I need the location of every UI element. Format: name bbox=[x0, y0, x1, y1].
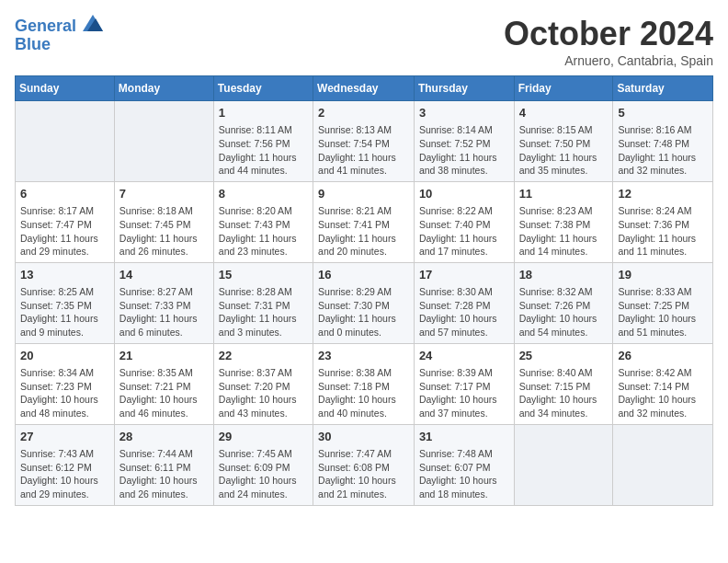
day-number: 18 bbox=[519, 267, 609, 283]
title-block: October 2024 Arnuero, Cantabria, Spain bbox=[504, 15, 713, 68]
day-number: 15 bbox=[219, 267, 308, 283]
header-saturday: Saturday bbox=[613, 76, 713, 101]
day-number: 8 bbox=[219, 186, 308, 202]
header-monday: Monday bbox=[114, 76, 213, 101]
logo-line2: Blue bbox=[15, 36, 103, 54]
day-detail: Sunrise: 8:25 AM Sunset: 7:35 PM Dayligh… bbox=[20, 285, 109, 339]
day-detail: Sunrise: 8:15 AM Sunset: 7:50 PM Dayligh… bbox=[519, 123, 609, 178]
day-detail: Sunrise: 8:21 AM Sunset: 7:41 PM Dayligh… bbox=[318, 204, 409, 259]
logo-icon bbox=[83, 15, 103, 31]
calendar-cell: 30Sunrise: 7:47 AM Sunset: 6:08 PM Dayli… bbox=[313, 424, 415, 505]
calendar-cell: 22Sunrise: 8:37 AM Sunset: 7:20 PM Dayli… bbox=[213, 343, 313, 424]
day-detail: Sunrise: 8:42 AM Sunset: 7:14 PM Dayligh… bbox=[618, 366, 708, 420]
calendar-cell: 5Sunrise: 8:16 AM Sunset: 7:48 PM Daylig… bbox=[613, 101, 713, 182]
calendar-cell: 9Sunrise: 8:21 AM Sunset: 7:41 PM Daylig… bbox=[313, 181, 415, 262]
day-number: 31 bbox=[419, 429, 509, 445]
day-number: 22 bbox=[219, 348, 308, 364]
day-detail: Sunrise: 8:33 AM Sunset: 7:25 PM Dayligh… bbox=[618, 285, 708, 339]
day-detail: Sunrise: 8:14 AM Sunset: 7:52 PM Dayligh… bbox=[419, 123, 509, 178]
calendar-cell: 27Sunrise: 7:43 AM Sunset: 6:12 PM Dayli… bbox=[16, 424, 115, 505]
calendar-week-2: 13Sunrise: 8:25 AM Sunset: 7:35 PM Dayli… bbox=[16, 262, 713, 343]
day-detail: Sunrise: 8:29 AM Sunset: 7:30 PM Dayligh… bbox=[318, 285, 409, 339]
day-number: 26 bbox=[618, 348, 708, 364]
day-detail: Sunrise: 8:16 AM Sunset: 7:48 PM Dayligh… bbox=[618, 123, 708, 178]
calendar-cell: 14Sunrise: 8:27 AM Sunset: 7:33 PM Dayli… bbox=[114, 262, 213, 343]
logo-line1: General bbox=[15, 17, 76, 35]
calendar-cell: 6Sunrise: 8:17 AM Sunset: 7:47 PM Daylig… bbox=[16, 181, 115, 262]
day-number: 12 bbox=[618, 186, 708, 202]
calendar-cell bbox=[16, 101, 115, 182]
calendar-cell: 11Sunrise: 8:23 AM Sunset: 7:38 PM Dayli… bbox=[514, 181, 613, 262]
day-number: 20 bbox=[20, 348, 109, 364]
day-number: 5 bbox=[618, 105, 708, 121]
calendar-cell: 4Sunrise: 8:15 AM Sunset: 7:50 PM Daylig… bbox=[514, 101, 613, 182]
day-number: 3 bbox=[419, 105, 509, 121]
day-number: 19 bbox=[618, 267, 708, 283]
day-detail: Sunrise: 8:20 AM Sunset: 7:43 PM Dayligh… bbox=[219, 204, 308, 259]
calendar-header: SundayMondayTuesdayWednesdayThursdayFrid… bbox=[16, 76, 713, 101]
day-detail: Sunrise: 8:28 AM Sunset: 7:31 PM Dayligh… bbox=[219, 285, 308, 339]
calendar-cell: 10Sunrise: 8:22 AM Sunset: 7:40 PM Dayli… bbox=[414, 181, 514, 262]
day-detail: Sunrise: 8:37 AM Sunset: 7:20 PM Dayligh… bbox=[219, 366, 308, 420]
day-number: 16 bbox=[318, 267, 409, 283]
day-number: 9 bbox=[318, 186, 409, 202]
location: Arnuero, Cantabria, Spain bbox=[504, 53, 713, 68]
day-detail: Sunrise: 8:22 AM Sunset: 7:40 PM Dayligh… bbox=[419, 204, 509, 259]
calendar-cell: 7Sunrise: 8:18 AM Sunset: 7:45 PM Daylig… bbox=[114, 181, 213, 262]
day-number: 25 bbox=[519, 348, 609, 364]
day-detail: Sunrise: 8:34 AM Sunset: 7:23 PM Dayligh… bbox=[20, 366, 109, 420]
calendar-cell: 3Sunrise: 8:14 AM Sunset: 7:52 PM Daylig… bbox=[414, 101, 514, 182]
calendar-cell: 1Sunrise: 8:11 AM Sunset: 7:56 PM Daylig… bbox=[213, 101, 313, 182]
header-tuesday: Tuesday bbox=[213, 76, 313, 101]
calendar-cell: 20Sunrise: 8:34 AM Sunset: 7:23 PM Dayli… bbox=[16, 343, 115, 424]
calendar-cell: 13Sunrise: 8:25 AM Sunset: 7:35 PM Dayli… bbox=[16, 262, 115, 343]
calendar-cell: 16Sunrise: 8:29 AM Sunset: 7:30 PM Dayli… bbox=[313, 262, 415, 343]
calendar-cell: 17Sunrise: 8:30 AM Sunset: 7:28 PM Dayli… bbox=[414, 262, 514, 343]
calendar-cell bbox=[514, 424, 613, 505]
header-friday: Friday bbox=[514, 76, 613, 101]
day-detail: Sunrise: 8:35 AM Sunset: 7:21 PM Dayligh… bbox=[119, 366, 209, 420]
calendar-cell: 18Sunrise: 8:32 AM Sunset: 7:26 PM Dayli… bbox=[514, 262, 613, 343]
day-number: 28 bbox=[119, 429, 209, 445]
calendar-cell: 24Sunrise: 8:39 AM Sunset: 7:17 PM Dayli… bbox=[414, 343, 514, 424]
day-number: 6 bbox=[20, 186, 109, 202]
day-number: 29 bbox=[219, 429, 308, 445]
calendar-cell bbox=[613, 424, 713, 505]
calendar-cell: 15Sunrise: 8:28 AM Sunset: 7:31 PM Dayli… bbox=[213, 262, 313, 343]
day-number: 1 bbox=[219, 105, 308, 121]
logo: General Blue bbox=[15, 15, 103, 54]
day-detail: Sunrise: 8:32 AM Sunset: 7:26 PM Dayligh… bbox=[519, 285, 609, 339]
day-detail: Sunrise: 8:24 AM Sunset: 7:36 PM Dayligh… bbox=[618, 204, 708, 259]
day-number: 2 bbox=[318, 105, 409, 121]
day-detail: Sunrise: 8:40 AM Sunset: 7:15 PM Dayligh… bbox=[519, 366, 609, 420]
calendar-cell: 2Sunrise: 8:13 AM Sunset: 7:54 PM Daylig… bbox=[313, 101, 415, 182]
calendar-cell bbox=[114, 101, 213, 182]
day-number: 27 bbox=[20, 429, 109, 445]
day-detail: Sunrise: 7:44 AM Sunset: 6:11 PM Dayligh… bbox=[119, 447, 209, 501]
calendar-cell: 8Sunrise: 8:20 AM Sunset: 7:43 PM Daylig… bbox=[213, 181, 313, 262]
calendar-cell: 21Sunrise: 8:35 AM Sunset: 7:21 PM Dayli… bbox=[114, 343, 213, 424]
calendar-cell: 31Sunrise: 7:48 AM Sunset: 6:07 PM Dayli… bbox=[414, 424, 514, 505]
day-detail: Sunrise: 8:13 AM Sunset: 7:54 PM Dayligh… bbox=[318, 123, 409, 178]
calendar-cell: 25Sunrise: 8:40 AM Sunset: 7:15 PM Dayli… bbox=[514, 343, 613, 424]
calendar-cell: 12Sunrise: 8:24 AM Sunset: 7:36 PM Dayli… bbox=[613, 181, 713, 262]
calendar-week-1: 6Sunrise: 8:17 AM Sunset: 7:47 PM Daylig… bbox=[16, 181, 713, 262]
day-detail: Sunrise: 8:27 AM Sunset: 7:33 PM Dayligh… bbox=[119, 285, 209, 339]
calendar-cell: 26Sunrise: 8:42 AM Sunset: 7:14 PM Dayli… bbox=[613, 343, 713, 424]
day-number: 24 bbox=[419, 348, 509, 364]
day-detail: Sunrise: 8:17 AM Sunset: 7:47 PM Dayligh… bbox=[20, 204, 109, 259]
calendar-cell: 19Sunrise: 8:33 AM Sunset: 7:25 PM Dayli… bbox=[613, 262, 713, 343]
day-detail: Sunrise: 7:47 AM Sunset: 6:08 PM Dayligh… bbox=[318, 447, 409, 501]
day-number: 30 bbox=[318, 429, 409, 445]
day-number: 10 bbox=[419, 186, 509, 202]
day-number: 14 bbox=[119, 267, 209, 283]
day-number: 17 bbox=[419, 267, 509, 283]
day-detail: Sunrise: 8:30 AM Sunset: 7:28 PM Dayligh… bbox=[419, 285, 509, 339]
calendar-cell: 29Sunrise: 7:45 AM Sunset: 6:09 PM Dayli… bbox=[213, 424, 313, 505]
day-detail: Sunrise: 7:45 AM Sunset: 6:09 PM Dayligh… bbox=[219, 447, 308, 501]
day-detail: Sunrise: 7:48 AM Sunset: 6:07 PM Dayligh… bbox=[419, 447, 509, 501]
day-number: 4 bbox=[519, 105, 609, 121]
header-thursday: Thursday bbox=[414, 76, 514, 101]
logo-text: General bbox=[15, 15, 103, 36]
day-number: 23 bbox=[318, 348, 409, 364]
